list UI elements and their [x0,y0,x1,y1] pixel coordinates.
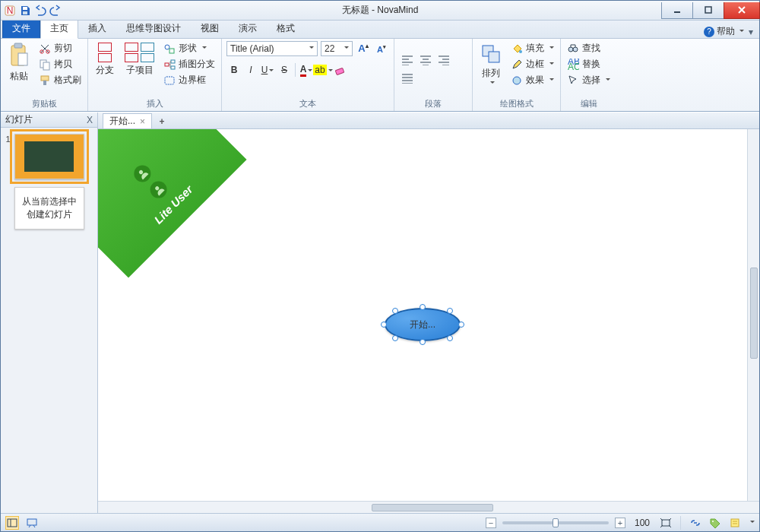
svg-point-26 [568,47,573,52]
resize-handle[interactable] [458,321,464,328]
svg-point-25 [513,77,521,84]
branch-button[interactable]: 分支 [93,41,117,78]
slide-thumb-1[interactable]: 1 [14,134,84,179]
bold-button[interactable]: B [226,62,242,78]
svg-rect-37 [731,519,739,527]
slides-panel-close[interactable]: X [87,115,93,125]
outline-button[interactable]: 边框 [509,57,556,71]
tab-present[interactable]: 演示 [229,18,267,38]
app-window: { "titlebar": { "title": "无标题 - NovaMind… [0,0,760,532]
save-icon[interactable] [19,5,31,17]
svg-text:N: N [7,5,14,16]
link-icon[interactable] [689,516,702,530]
find-button[interactable]: 查找 [565,41,612,55]
close-tab-icon[interactable]: × [140,116,145,127]
window-title: 无标题 - NovaMind [1,4,759,17]
canvas[interactable]: Lite User 开始... [98,129,747,501]
help-button[interactable]: ?帮助 [704,25,744,38]
zoom-slider[interactable] [502,521,609,524]
pen-icon [511,59,523,71]
copy-button[interactable]: 拷贝 [37,57,83,71]
root-node[interactable]: 开始... [385,308,461,341]
tab-design[interactable]: 思维导图设计 [116,18,191,38]
normal-view-button[interactable] [5,516,19,530]
replace-button[interactable]: ABAC替换 [565,57,612,71]
svg-rect-3 [23,11,27,14]
underline-button[interactable]: U [260,62,275,78]
group-drawfmt: 排列 填充 边框 效果 绘图格式 [473,39,561,111]
redo-icon[interactable] [49,5,62,17]
italic-button[interactable]: I [243,62,258,78]
resize-handle[interactable] [447,335,453,341]
paste-button[interactable]: 粘贴 [5,41,33,84]
svg-rect-7 [14,43,22,48]
tab-file[interactable]: 文件 [2,18,40,38]
font-color-button[interactable]: A [299,62,314,78]
select-button[interactable]: 选择 [565,73,612,87]
format-painter-button[interactable]: 格式刷 [37,73,83,87]
user-icon [131,162,154,185]
align-left-button[interactable] [399,52,416,68]
group-text: Title (Arial) 22 A▴ A▾ B I U S A ab 文本 [222,39,394,111]
undo-icon[interactable] [34,5,46,17]
scroll-thumb[interactable] [372,504,493,511]
status-bar: − + 100 [1,513,759,531]
zoom-thumb[interactable] [553,518,559,527]
doc-tab-1[interactable]: 开始...× [103,113,152,128]
user-icon [147,178,170,201]
align-center-button[interactable] [417,52,434,68]
shape-button[interactable]: 形状 [162,41,217,55]
maximize-button[interactable] [692,2,724,19]
zoom-out-button[interactable]: − [486,518,496,528]
align-justify-button[interactable] [399,70,416,87]
eraser-icon [334,65,345,75]
title-bar: N 无标题 - NovaMind [1,1,759,21]
vertical-scrollbar[interactable] [747,129,759,501]
note-icon[interactable] [728,516,742,530]
collapse-ribbon-icon[interactable]: ▾ [749,27,753,37]
strike-button[interactable]: S [277,62,292,78]
highlight-button[interactable]: ab [315,62,331,78]
fit-page-button[interactable] [659,516,673,530]
new-slide-from-selection[interactable]: 从当前选择中创建幻灯片 [14,187,84,230]
subbranch-button[interactable]: 插图分支 [162,57,217,71]
fill-button[interactable]: 填充 [509,41,556,55]
resize-handle[interactable] [381,321,387,328]
clear-format-button[interactable] [332,62,347,78]
group-insert: 分支 子项目 形状 插图分支 边界框 插入 [88,39,222,111]
add-tab-button[interactable]: + [155,115,169,128]
shrink-font-button[interactable]: A▾ [374,41,389,56]
arrange-icon [480,43,502,65]
zoom-in-button[interactable]: + [615,518,625,528]
arrange-button[interactable]: 排列 [477,41,505,87]
tab-insert[interactable]: 插入 [78,18,116,38]
tag-icon[interactable] [708,516,722,530]
tab-format[interactable]: 格式 [267,18,305,38]
align-right-button[interactable] [435,52,452,68]
resize-handle[interactable] [392,335,398,341]
cursor-icon [567,74,579,87]
status-menu-icon[interactable] [750,521,755,525]
resize-handle[interactable] [420,339,426,345]
resize-handle[interactable] [420,304,426,310]
svg-rect-20 [165,77,174,84]
horizontal-scrollbar[interactable] [98,501,759,513]
subitem-button[interactable]: 子项目 [122,41,157,78]
effects-button[interactable]: 效果 [509,73,556,87]
close-button[interactable] [724,2,760,19]
tab-view[interactable]: 视图 [191,18,229,38]
cut-button[interactable]: 剪切 [37,41,83,55]
resize-handle[interactable] [447,308,453,314]
grow-font-button[interactable]: A▴ [356,41,371,56]
ribbon: 粘贴 剪切 拷贝 格式刷 剪贴板 分支 子项目 形状 插 [1,39,759,112]
group-edit: 查找 ABAC替换 选择 编辑 [561,39,616,111]
resize-handle[interactable] [392,308,398,314]
scroll-thumb[interactable] [750,268,758,359]
font-select[interactable]: Title (Arial) [226,41,318,56]
border-button[interactable]: 边界框 [162,73,217,87]
minimize-button[interactable] [661,2,693,19]
tab-home[interactable]: 主页 [40,18,78,39]
presentation-view-button[interactable] [25,516,39,530]
font-size-select[interactable]: 22 [321,41,353,56]
svg-rect-2 [23,7,27,10]
